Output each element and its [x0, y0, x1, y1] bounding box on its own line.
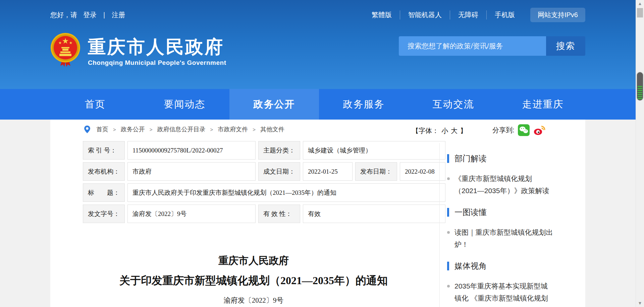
scroll-down-arrow-icon[interactable]: ▼ — [636, 301, 644, 306]
document-number-line: 渝府发〔2022〕9号 — [83, 296, 424, 305]
sidebar-link-text: 读图｜重庆市新型城镇化规划出炉！ — [454, 226, 554, 251]
related-sidebar: 部门解读 《重庆市新型城镇化规划（2021—2035年）》政策解读 一图读懂 读… — [447, 153, 575, 307]
main-nav: 首页 要闻动态 政务公开 政务服务 互动交流 走进重庆 — [0, 89, 636, 120]
written-date-label: 成文日期： — [258, 162, 300, 181]
nav-item-gov-services[interactable]: 政务服务 — [319, 89, 409, 120]
content-sidebar-divider — [439, 143, 440, 307]
ipv6-badge[interactable]: 网站支持IPv6 — [530, 8, 585, 22]
site-title-english: Chongqing Municipal People's Government — [88, 59, 226, 67]
nav-item-home[interactable]: 首页 — [50, 89, 140, 120]
scroll-up-arrow-icon[interactable]: ▲ — [636, 1, 644, 6]
list-item[interactable]: 2035年重庆将基本实现新型城镇化 《重庆市新型城镇化规划（2021—2035年… — [447, 280, 575, 307]
scrollbar-thumb[interactable] — [637, 8, 643, 17]
nav-item-gov-info-disclosure[interactable]: 政务公开 — [229, 89, 319, 120]
table-row: 发布机构： 市政府 成文日期： 2022-01-25 发布日期： 2022-02… — [83, 162, 445, 181]
issuing-agency-value: 市政府 — [127, 162, 256, 181]
section-accent-bar — [447, 262, 449, 270]
search-input[interactable] — [399, 36, 546, 56]
sidebar-section-department-interpretation: 部门解读 《重庆市新型城镇化规划（2021—2035年）》政策解读 — [447, 153, 575, 197]
publish-date-value: 2022-02-08 — [400, 162, 445, 181]
account-area: 您好，请 登录 | 注册 — [50, 10, 125, 19]
share-label: 分享到: — [492, 126, 515, 135]
sidebar-section-title: 部门解读 — [447, 153, 575, 164]
site-title: 重庆市人民政府 — [88, 37, 226, 56]
breadcrumb: 首页 > 政务公开 > 政府信息公开目录 > 市政府文件 > 其他文件 — [83, 125, 284, 134]
wechat-share-icon[interactable] — [518, 124, 530, 136]
table-row: 发文字号： 渝府发〔2022〕9号 有 效 性： 有效 — [83, 205, 445, 223]
share-bar: 分享到: — [492, 124, 546, 136]
chatbot-link[interactable]: 智能机器人 — [400, 10, 450, 19]
font-label-close: 】 — [460, 126, 467, 135]
sidebar-link-text: 2035年重庆将基本实现新型城镇化 《重庆市新型城镇化规划（2021—2035年… — [454, 280, 554, 307]
site-search: 搜索 — [399, 36, 585, 56]
nav-item-interaction[interactable]: 互动交流 — [409, 89, 498, 120]
sidebar-section-title: 一图读懂 — [447, 207, 575, 218]
divider: | — [103, 11, 106, 19]
sidebar-section-title: 媒体视角 — [447, 261, 575, 271]
breadcrumb-other-documents[interactable]: 其他文件 — [260, 125, 284, 133]
validity-label: 有 效 性： — [258, 205, 300, 223]
bullet-dot-icon — [447, 177, 450, 180]
validity-value: 有效 — [303, 205, 445, 223]
list-item[interactable]: 《重庆市新型城镇化规划（2021—2035年）》政策解读 — [447, 173, 575, 197]
sidebar-section-infographic: 一图读懂 读图｜重庆市新型城镇化规划出炉！ — [447, 207, 575, 251]
issuing-agency-label: 发布机构： — [83, 162, 125, 181]
mobile-version-link[interactable]: 手机版 — [486, 10, 523, 19]
site-brand[interactable]: 重庆市人民政府 Chongqing Municipal People's Gov… — [50, 32, 226, 67]
breadcrumb-gov-disclosure[interactable]: 政务公开 — [121, 125, 145, 133]
table-row: 索 引 号： 11500000009275780L/2022-00027 主题分… — [83, 141, 445, 160]
title-label: 标 题： — [83, 183, 125, 202]
title-value: 重庆市人民政府关于印发重庆市新型城镇化规划（2021—2035年）的通知 — [127, 183, 445, 202]
accessibility-link[interactable]: 无障碍 — [450, 10, 486, 19]
section-title-text: 一图读懂 — [454, 207, 487, 218]
document-number-value: 渝府发〔2022〕9号 — [127, 205, 256, 223]
section-accent-bar — [447, 208, 449, 217]
document-metadata-table: 索 引 号： 11500000009275780L/2022-00027 主题分… — [80, 138, 448, 226]
document-number-label: 发文字号： — [83, 205, 125, 223]
publish-date-label: 发布日期： — [355, 162, 397, 181]
font-label: 【字体： — [412, 126, 439, 135]
breadcrumb-separator: > — [210, 127, 213, 132]
section-title-text: 媒体视角 — [454, 261, 487, 271]
font-smaller-button[interactable]: 小 — [441, 126, 448, 135]
written-date-value: 2022-01-25 — [303, 162, 353, 181]
search-button[interactable]: 搜索 — [546, 36, 585, 56]
top-utility-bar: 您好，请 登录 | 注册 繁體版 智能机器人 无障碍 手机版 网站支持IPv6 — [50, 8, 585, 21]
breadcrumb-disclosure-directory[interactable]: 政府信息公开目录 — [157, 125, 206, 133]
section-title-text: 部门解读 — [454, 153, 487, 164]
nav-item-news[interactable]: 要闻动态 — [140, 89, 229, 120]
register-link[interactable]: 注册 — [112, 10, 125, 19]
brand-text: 重庆市人民政府 Chongqing Municipal People's Gov… — [88, 32, 226, 67]
bullet-dot-icon — [447, 231, 450, 234]
document-issuer-heading: 重庆市人民政府 — [83, 254, 424, 268]
page: 您好，请 登录 | 注册 繁體版 智能机器人 无障碍 手机版 网站支持IPv6 — [0, 0, 644, 307]
site-header: 您好，请 登录 | 注册 繁體版 智能机器人 无障碍 手机版 网站支持IPv6 — [0, 0, 636, 89]
national-emblem-logo — [50, 32, 80, 67]
page-scrollbar[interactable]: ▲ ▼ — [636, 0, 644, 307]
main-nav-items: 首页 要闻动态 政务公开 政务服务 互动交流 走进重庆 — [50, 89, 588, 120]
weibo-share-icon[interactable] — [533, 124, 546, 136]
location-pin-icon — [83, 125, 92, 134]
list-item[interactable]: 读图｜重庆市新型城镇化规划出炉！ — [447, 226, 575, 251]
content-container: 首页 > 政务公开 > 政府信息公开目录 > 市政府文件 > 其他文件 【字体：… — [50, 120, 585, 307]
breadcrumb-home[interactable]: 首页 — [96, 125, 108, 133]
topic-category-value: 城乡建设（城乡管理） — [303, 141, 445, 160]
table-row: 标 题： 重庆市人民政府关于印发重庆市新型城镇化规划（2021—2035年）的通… — [83, 183, 445, 202]
traditional-chinese-link[interactable]: 繁體版 — [364, 10, 400, 19]
nav-item-about-chongqing[interactable]: 走进重庆 — [498, 89, 588, 120]
bullet-dot-icon — [447, 285, 450, 288]
section-accent-bar — [447, 154, 449, 163]
font-larger-button[interactable]: 大 — [451, 126, 458, 135]
green-stripes-icon — [638, 86, 642, 99]
utility-links: 繁體版 智能机器人 无障碍 手机版 网站支持IPv6 — [364, 8, 585, 22]
breadcrumb-separator: > — [150, 127, 153, 132]
font-size-control: 【字体： 小 大 】 — [412, 126, 467, 135]
breadcrumb-municipal-documents[interactable]: 市政府文件 — [218, 125, 248, 133]
index-number-label: 索 引 号： — [83, 141, 125, 160]
greeting-text: 您好，请 — [50, 10, 77, 19]
sidebar-link-text: 《重庆市新型城镇化规划（2021—2035年）》政策解读 — [454, 173, 554, 197]
breadcrumb-separator: > — [253, 127, 256, 132]
breadcrumb-separator: > — [113, 127, 116, 132]
sidebar-section-media-view: 媒体视角 2035年重庆将基本实现新型城镇化 《重庆市新型城镇化规划（2021—… — [447, 261, 575, 307]
login-link[interactable]: 登录 — [83, 10, 97, 19]
